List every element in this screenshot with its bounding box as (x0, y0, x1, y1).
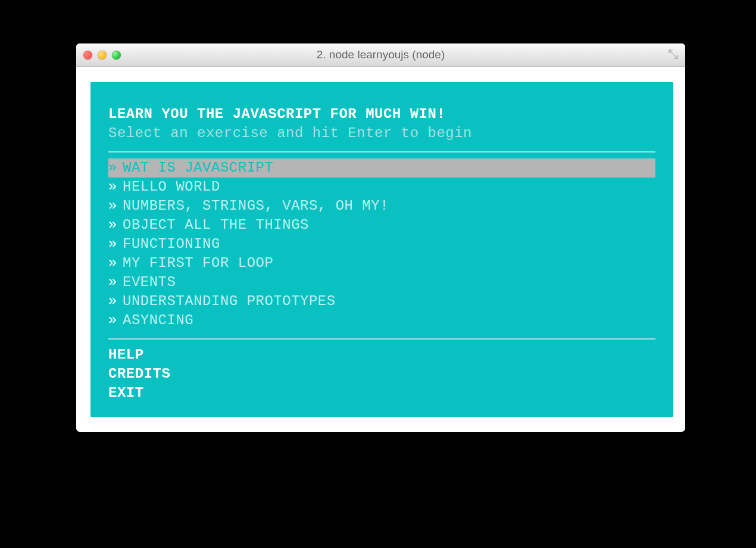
window-title: 2. node learnyoujs (node) (76, 48, 685, 61)
exercise-label: WAT IS JAVASCRIPT (123, 158, 273, 178)
bullet-icon: » (108, 235, 123, 254)
divider-bottom (108, 338, 655, 340)
close-button[interactable] (83, 51, 92, 60)
exercise-item[interactable]: »UNDERSTANDING PROTOTYPES (108, 292, 655, 311)
exercise-label: ASYNCING (123, 311, 193, 330)
terminal-content: LEARN YOU THE JAVASCRIPT FOR MUCH WIN! S… (90, 82, 673, 417)
footer-menu: HELPCREDITSEXIT (108, 345, 655, 403)
bullet-icon: » (108, 311, 123, 330)
exercise-item[interactable]: »FUNCTIONING (108, 235, 655, 254)
app-window: 2. node learnyoujs (node) LEARN YOU THE … (76, 43, 685, 432)
exercise-item[interactable]: »MY FIRST FOR LOOP (108, 254, 655, 273)
footer-item-credits[interactable]: CREDITS (108, 365, 655, 384)
bullet-icon: » (108, 178, 123, 197)
traffic-lights (83, 43, 121, 66)
exercise-label: NUMBERS, STRINGS, VARS, OH MY! (123, 197, 389, 216)
divider-top (108, 151, 655, 152)
exercise-item[interactable]: »EVENTS (108, 273, 655, 292)
exercise-label: UNDERSTANDING PROTOTYPES (123, 292, 336, 311)
bullet-icon: » (108, 158, 123, 178)
exercise-menu[interactable]: »WAT IS JAVASCRIPT»HELLO WORLD»NUMBERS, … (108, 158, 655, 330)
fullscreen-icon[interactable] (668, 49, 678, 59)
exercise-item[interactable]: »ASYNCING (108, 311, 655, 330)
exercise-item[interactable]: »OBJECT ALL THE THINGS (108, 216, 655, 235)
footer-item-help[interactable]: HELP (108, 345, 655, 365)
exercise-label: MY FIRST FOR LOOP (123, 254, 273, 273)
exercise-item[interactable]: »HELLO WORLD (108, 178, 655, 197)
program-title: LEARN YOU THE JAVASCRIPT FOR MUCH WIN! (108, 105, 655, 124)
program-subtitle: Select an exercise and hit Enter to begi… (108, 124, 655, 143)
exercise-item[interactable]: »WAT IS JAVASCRIPT (108, 158, 655, 178)
bullet-icon: » (108, 197, 123, 216)
titlebar: 2. node learnyoujs (node) (76, 43, 685, 67)
exercise-label: EVENTS (123, 273, 176, 292)
minimize-button[interactable] (98, 51, 107, 60)
exercise-label: OBJECT ALL THE THINGS (123, 216, 309, 235)
exercise-item[interactable]: »NUMBERS, STRINGS, VARS, OH MY! (108, 197, 655, 216)
bullet-icon: » (108, 292, 123, 311)
footer-item-exit[interactable]: EXIT (108, 384, 655, 403)
bullet-icon: » (108, 254, 123, 273)
exercise-label: FUNCTIONING (123, 235, 220, 254)
exercise-label: HELLO WORLD (123, 178, 220, 197)
bullet-icon: » (108, 216, 123, 235)
terminal-viewport: LEARN YOU THE JAVASCRIPT FOR MUCH WIN! S… (76, 67, 685, 432)
zoom-button[interactable] (112, 51, 121, 60)
bullet-icon: » (108, 273, 123, 292)
